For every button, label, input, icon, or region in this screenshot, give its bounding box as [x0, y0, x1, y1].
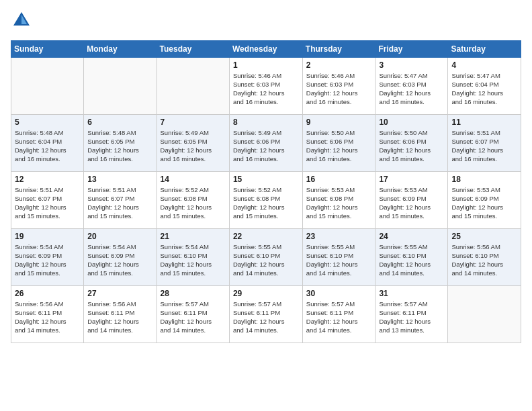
weekday-header-sunday: Sunday [11, 40, 84, 57]
weekday-header-friday: Friday [375, 40, 448, 57]
day-info: Sunrise: 5:48 AM Sunset: 6:05 PM Dayligh… [87, 128, 152, 164]
week-row-1: 1Sunrise: 5:46 AM Sunset: 6:03 PM Daylig… [11, 57, 521, 114]
calendar-cell: 18Sunrise: 5:53 AM Sunset: 6:09 PM Dayli… [448, 171, 521, 228]
calendar-cell: 14Sunrise: 5:52 AM Sunset: 6:08 PM Dayli… [157, 171, 229, 228]
calendar-cell: 10Sunrise: 5:50 AM Sunset: 6:06 PM Dayli… [375, 114, 448, 171]
day-number: 16 [306, 175, 372, 184]
weekday-header-monday: Monday [84, 40, 157, 57]
day-number: 12 [15, 175, 80, 184]
day-info: Sunrise: 5:55 AM Sunset: 6:10 PM Dayligh… [379, 242, 444, 278]
calendar-cell [448, 285, 521, 342]
day-info: Sunrise: 5:46 AM Sunset: 6:03 PM Dayligh… [306, 71, 372, 107]
calendar-cell: 27Sunrise: 5:56 AM Sunset: 6:11 PM Dayli… [84, 285, 157, 342]
day-info: Sunrise: 5:57 AM Sunset: 6:11 PM Dayligh… [306, 300, 372, 335]
calendar-cell: 28Sunrise: 5:57 AM Sunset: 6:11 PM Dayli… [157, 285, 229, 342]
weekday-header-tuesday: Tuesday [157, 40, 229, 57]
day-number: 24 [379, 232, 444, 241]
week-row-5: 26Sunrise: 5:56 AM Sunset: 6:11 PM Dayli… [11, 285, 521, 342]
calendar-cell: 9Sunrise: 5:50 AM Sunset: 6:06 PM Daylig… [302, 114, 375, 171]
day-number: 18 [451, 175, 517, 184]
calendar-cell: 4Sunrise: 5:47 AM Sunset: 6:04 PM Daylig… [448, 57, 521, 114]
calendar-cell: 31Sunrise: 5:57 AM Sunset: 6:11 PM Dayli… [375, 285, 448, 342]
calendar-cell [84, 57, 157, 114]
calendar-cell: 12Sunrise: 5:51 AM Sunset: 6:07 PM Dayli… [11, 171, 84, 228]
calendar-cell: 20Sunrise: 5:54 AM Sunset: 6:09 PM Dayli… [84, 228, 157, 285]
day-info: Sunrise: 5:50 AM Sunset: 6:06 PM Dayligh… [306, 128, 372, 164]
day-number: 9 [306, 118, 372, 127]
day-info: Sunrise: 5:55 AM Sunset: 6:10 PM Dayligh… [306, 242, 372, 278]
day-info: Sunrise: 5:52 AM Sunset: 6:08 PM Dayligh… [161, 185, 226, 221]
day-info: Sunrise: 5:57 AM Sunset: 6:11 PM Dayligh… [233, 300, 299, 335]
weekday-header-saturday: Saturday [448, 40, 521, 57]
week-row-3: 12Sunrise: 5:51 AM Sunset: 6:07 PM Dayli… [11, 171, 521, 228]
calendar-cell: 17Sunrise: 5:53 AM Sunset: 6:09 PM Dayli… [375, 171, 448, 228]
day-number: 28 [161, 289, 226, 298]
day-number: 13 [87, 175, 152, 184]
calendar-cell: 7Sunrise: 5:49 AM Sunset: 6:05 PM Daylig… [157, 114, 229, 171]
week-row-2: 5Sunrise: 5:48 AM Sunset: 6:04 PM Daylig… [11, 114, 521, 171]
day-number: 31 [379, 289, 444, 298]
day-info: Sunrise: 5:51 AM Sunset: 6:07 PM Dayligh… [451, 128, 517, 164]
day-info: Sunrise: 5:52 AM Sunset: 6:08 PM Dayligh… [233, 185, 299, 221]
weekday-header-wednesday: Wednesday [229, 40, 302, 57]
day-number: 14 [161, 175, 226, 184]
logo-icon [12, 11, 31, 30]
calendar-cell: 1Sunrise: 5:46 AM Sunset: 6:03 PM Daylig… [229, 57, 302, 114]
page-header [11, 11, 521, 34]
day-number: 25 [451, 232, 517, 241]
day-number: 20 [87, 232, 152, 241]
day-info: Sunrise: 5:56 AM Sunset: 6:10 PM Dayligh… [451, 242, 517, 278]
day-number: 4 [451, 60, 517, 70]
day-number: 21 [161, 232, 226, 241]
day-info: Sunrise: 5:54 AM Sunset: 6:09 PM Dayligh… [15, 242, 80, 278]
calendar-cell: 2Sunrise: 5:46 AM Sunset: 6:03 PM Daylig… [302, 57, 375, 114]
day-number: 6 [87, 118, 152, 127]
calendar-cell: 16Sunrise: 5:53 AM Sunset: 6:08 PM Dayli… [302, 171, 375, 228]
calendar-cell: 19Sunrise: 5:54 AM Sunset: 6:09 PM Dayli… [11, 228, 84, 285]
weekday-header-thursday: Thursday [302, 40, 375, 57]
calendar-cell [157, 57, 229, 114]
calendar-cell: 21Sunrise: 5:54 AM Sunset: 6:10 PM Dayli… [157, 228, 229, 285]
day-info: Sunrise: 5:55 AM Sunset: 6:10 PM Dayligh… [233, 242, 299, 278]
week-row-4: 19Sunrise: 5:54 AM Sunset: 6:09 PM Dayli… [11, 228, 521, 285]
day-info: Sunrise: 5:56 AM Sunset: 6:11 PM Dayligh… [87, 300, 152, 335]
day-number: 26 [15, 289, 80, 298]
calendar-cell: 8Sunrise: 5:49 AM Sunset: 6:06 PM Daylig… [229, 114, 302, 171]
calendar-cell: 29Sunrise: 5:57 AM Sunset: 6:11 PM Dayli… [229, 285, 302, 342]
day-number: 1 [233, 60, 299, 70]
calendar-cell: 26Sunrise: 5:56 AM Sunset: 6:11 PM Dayli… [11, 285, 84, 342]
calendar-cell: 3Sunrise: 5:47 AM Sunset: 6:03 PM Daylig… [375, 57, 448, 114]
calendar-cell: 24Sunrise: 5:55 AM Sunset: 6:10 PM Dayli… [375, 228, 448, 285]
calendar-cell: 25Sunrise: 5:56 AM Sunset: 6:10 PM Dayli… [448, 228, 521, 285]
day-number: 19 [15, 232, 80, 241]
day-info: Sunrise: 5:57 AM Sunset: 6:11 PM Dayligh… [379, 300, 444, 335]
day-info: Sunrise: 5:49 AM Sunset: 6:06 PM Dayligh… [233, 128, 299, 164]
day-info: Sunrise: 5:57 AM Sunset: 6:11 PM Dayligh… [161, 300, 226, 335]
day-number: 5 [15, 118, 80, 127]
calendar-cell: 30Sunrise: 5:57 AM Sunset: 6:11 PM Dayli… [302, 285, 375, 342]
day-info: Sunrise: 5:51 AM Sunset: 6:07 PM Dayligh… [87, 185, 152, 221]
day-info: Sunrise: 5:46 AM Sunset: 6:03 PM Dayligh… [233, 71, 299, 107]
day-number: 15 [233, 175, 299, 184]
day-info: Sunrise: 5:56 AM Sunset: 6:11 PM Dayligh… [15, 300, 80, 335]
day-number: 29 [233, 289, 299, 298]
day-info: Sunrise: 5:50 AM Sunset: 6:06 PM Dayligh… [379, 128, 444, 164]
calendar-cell: 6Sunrise: 5:48 AM Sunset: 6:05 PM Daylig… [84, 114, 157, 171]
logo [11, 11, 31, 34]
day-info: Sunrise: 5:54 AM Sunset: 6:10 PM Dayligh… [161, 242, 226, 278]
calendar-cell: 23Sunrise: 5:55 AM Sunset: 6:10 PM Dayli… [302, 228, 375, 285]
day-number: 2 [306, 60, 372, 70]
day-info: Sunrise: 5:53 AM Sunset: 6:09 PM Dayligh… [379, 185, 444, 221]
day-info: Sunrise: 5:54 AM Sunset: 6:09 PM Dayligh… [87, 242, 152, 278]
day-info: Sunrise: 5:51 AM Sunset: 6:07 PM Dayligh… [15, 185, 80, 221]
calendar-cell: 22Sunrise: 5:55 AM Sunset: 6:10 PM Dayli… [229, 228, 302, 285]
day-number: 23 [306, 232, 372, 241]
calendar-cell: 11Sunrise: 5:51 AM Sunset: 6:07 PM Dayli… [448, 114, 521, 171]
day-info: Sunrise: 5:47 AM Sunset: 6:03 PM Dayligh… [379, 71, 444, 107]
day-number: 7 [161, 118, 226, 127]
day-info: Sunrise: 5:48 AM Sunset: 6:04 PM Dayligh… [15, 128, 80, 164]
weekday-header-row: SundayMondayTuesdayWednesdayThursdayFrid… [11, 40, 521, 57]
calendar-cell: 15Sunrise: 5:52 AM Sunset: 6:08 PM Dayli… [229, 171, 302, 228]
calendar-cell: 13Sunrise: 5:51 AM Sunset: 6:07 PM Dayli… [84, 171, 157, 228]
calendar-cell [11, 57, 84, 114]
